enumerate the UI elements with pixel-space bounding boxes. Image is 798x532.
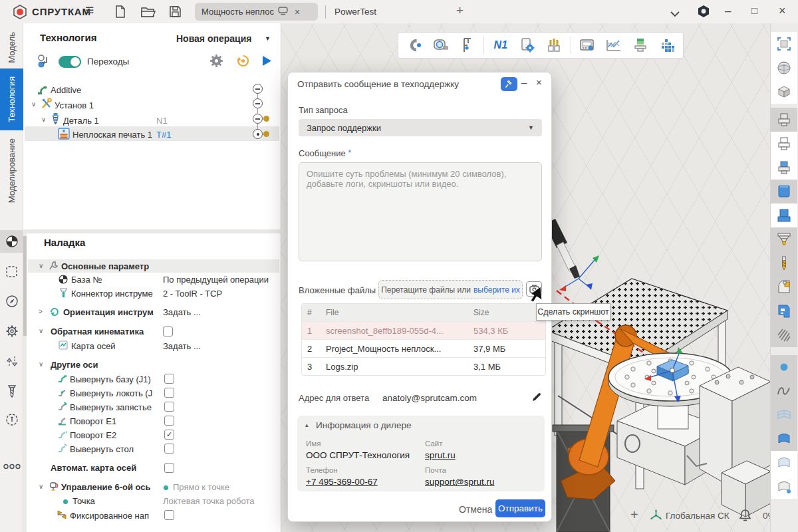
rail-tab-modeling[interactable]: Моделирование xyxy=(0,132,23,209)
rail-tab-technology[interactable]: Технология xyxy=(0,68,23,130)
base-point-icon[interactable] xyxy=(0,230,23,253)
coordinate-system-selector[interactable]: Глобальная СК xyxy=(666,511,730,521)
n1-program-icon[interactable]: N1 xyxy=(490,35,511,55)
request-type-select[interactable]: Запрос поддержки ▼ xyxy=(299,119,542,136)
hatch-section-icon[interactable] xyxy=(771,323,797,347)
suppress-node-icon[interactable] xyxy=(253,84,263,94)
run-simulation-play-icon[interactable] xyxy=(261,55,272,69)
pin-button[interactable] xyxy=(501,77,517,91)
tool-icon[interactable] xyxy=(0,380,23,402)
surface-filled-icon[interactable] xyxy=(771,427,797,451)
axis-checkbox[interactable] xyxy=(164,416,174,426)
mesh-surface-icon[interactable] xyxy=(771,403,797,427)
axis-checkbox[interactable] xyxy=(164,374,174,384)
drill-bit-icon[interactable] xyxy=(771,251,797,275)
expander-icon[interactable]: > xyxy=(39,308,43,315)
tree-item-nonplanar-print[interactable]: Неплоская печать 1 xyxy=(72,130,152,140)
surface-light-icon[interactable] xyxy=(771,451,797,475)
file-dropzone[interactable]: Перетащите файлы или выберите их xyxy=(378,280,523,299)
tree-item-additive[interactable]: Additive xyxy=(51,85,81,95)
simulation-blocks-icon[interactable] xyxy=(657,35,678,55)
dropzone-browse-link[interactable]: выберите их xyxy=(473,285,520,295)
sixth-axis-value[interactable]: Прямо к точке xyxy=(173,482,229,492)
axis-checkbox[interactable] xyxy=(164,402,174,412)
open-folder-icon[interactable] xyxy=(140,5,156,21)
operation-settings-gear-icon[interactable] xyxy=(209,54,223,70)
expander-icon[interactable]: ∨ xyxy=(39,360,43,368)
transitions-toggle[interactable] xyxy=(59,56,81,68)
setup-scrollbar-thumb[interactable] xyxy=(23,236,27,336)
expander-icon[interactable]: ∨ xyxy=(41,116,46,123)
file-row[interactable]: 2 Project_Мощность неплоск... 37,9 МБ xyxy=(302,339,545,357)
tree-item-setup[interactable]: Установ 1 xyxy=(55,100,94,110)
iso-box-icon[interactable] xyxy=(771,80,797,104)
orientation-value[interactable]: Задать ... xyxy=(163,307,201,317)
tool-connector-value[interactable]: 2 - ToolR - TCP xyxy=(163,289,222,299)
compass-icon[interactable] xyxy=(0,290,23,313)
save-icon[interactable] xyxy=(168,5,182,21)
workpiece-blue-icon[interactable] xyxy=(771,180,797,203)
curve-icon[interactable] xyxy=(771,379,797,403)
dropdown-caret-icon[interactable]: ▼ xyxy=(265,35,271,42)
machine-blue-icon[interactable] xyxy=(771,299,797,323)
tool-set-icon[interactable] xyxy=(543,35,564,55)
file-row[interactable]: 3 Logs.zip 3,1 МБ xyxy=(302,357,545,375)
control-panel-icon[interactable] xyxy=(577,35,598,55)
fit-frame-icon[interactable] xyxy=(771,32,797,56)
window-maximize-button[interactable]: □ xyxy=(751,5,757,16)
axis-checkbox[interactable] xyxy=(164,388,174,398)
holder-corner-icon[interactable] xyxy=(771,275,797,299)
collapse-caret-icon[interactable]: ▴ xyxy=(305,422,309,428)
tree-item-part[interactable]: Деталь 1 xyxy=(63,116,99,126)
inverse-kinematics-checkbox[interactable] xyxy=(163,327,173,336)
fixed-direction-checkbox[interactable] xyxy=(164,510,174,520)
axes-map-value[interactable]: Задать ... xyxy=(163,341,201,351)
dialog-close-button[interactable]: × xyxy=(536,76,542,88)
suppress-node-icon[interactable] xyxy=(253,98,263,108)
cancel-button[interactable]: Отмена xyxy=(459,504,492,515)
dealer-site-link[interactable]: sprut.ru xyxy=(425,450,456,460)
axis-checkbox[interactable] xyxy=(164,444,174,454)
expander-icon[interactable]: ∨ xyxy=(31,100,36,108)
expander-icon[interactable]: ∨ xyxy=(39,262,43,269)
caliper-icon[interactable] xyxy=(457,35,477,55)
expander-icon[interactable]: ∨ xyxy=(39,327,43,334)
diagnostics-chart-icon[interactable] xyxy=(604,35,624,55)
coordinate-triad-icon[interactable] xyxy=(649,509,663,525)
surface-point-icon[interactable] xyxy=(771,475,797,499)
part-blue-top-icon[interactable] xyxy=(771,156,797,180)
menu-icon[interactable]: ≡ xyxy=(85,3,94,17)
approach-retract-icon[interactable] xyxy=(0,350,23,372)
nozzle-yellow-icon[interactable] xyxy=(771,227,797,251)
dealer-phone-link[interactable]: +7 495-369-00-67 xyxy=(306,477,378,487)
postprocessor-icon[interactable] xyxy=(517,35,537,55)
recalculate-icon[interactable] xyxy=(236,54,250,70)
tool-stack-icon[interactable] xyxy=(630,35,651,55)
dashed-frame-icon[interactable] xyxy=(0,260,23,283)
file-row[interactable]: 1 screenshot_8effb189-055d-4... 534,3 КБ xyxy=(302,321,545,339)
nut-settings-icon[interactable] xyxy=(697,5,710,21)
expander-icon[interactable]: ∨ xyxy=(39,483,43,490)
dealer-info-header[interactable]: Информация о дилере xyxy=(316,420,411,430)
axis-checkbox-checked[interactable]: ✓ xyxy=(164,430,174,440)
active-node-icon[interactable] xyxy=(253,129,263,139)
sphere-view-icon[interactable] xyxy=(771,56,797,80)
send-button[interactable]: Отправить xyxy=(495,499,545,517)
part-blue-icon[interactable] xyxy=(771,203,797,227)
rail-tab-model[interactable]: Модель xyxy=(0,28,23,66)
document-tab-inactive[interactable]: PowerTest xyxy=(334,7,376,17)
gear-icon[interactable] xyxy=(0,320,23,342)
point-value[interactable]: Локтевая точка робота xyxy=(163,496,255,506)
chevron-down-icon[interactable] xyxy=(670,8,680,20)
notifications-bell-icon[interactable] xyxy=(738,508,752,525)
auto-axes-map-checkbox[interactable] xyxy=(164,463,174,473)
tab-close-icon[interactable]: × xyxy=(295,7,300,17)
gauge-icon[interactable] xyxy=(0,408,23,431)
document-tab-active[interactable]: Мощность неплос × xyxy=(195,3,318,21)
dealer-mail-link[interactable]: support@sprut.ru xyxy=(425,477,495,487)
add-coordinate-button[interactable]: + xyxy=(630,507,638,523)
window-minimize-button[interactable]: – xyxy=(725,5,731,18)
dialog-minimize-button[interactable]: – xyxy=(521,76,527,88)
magnet-icon[interactable] xyxy=(404,35,424,55)
stock-cylinder-icon[interactable] xyxy=(771,108,797,132)
